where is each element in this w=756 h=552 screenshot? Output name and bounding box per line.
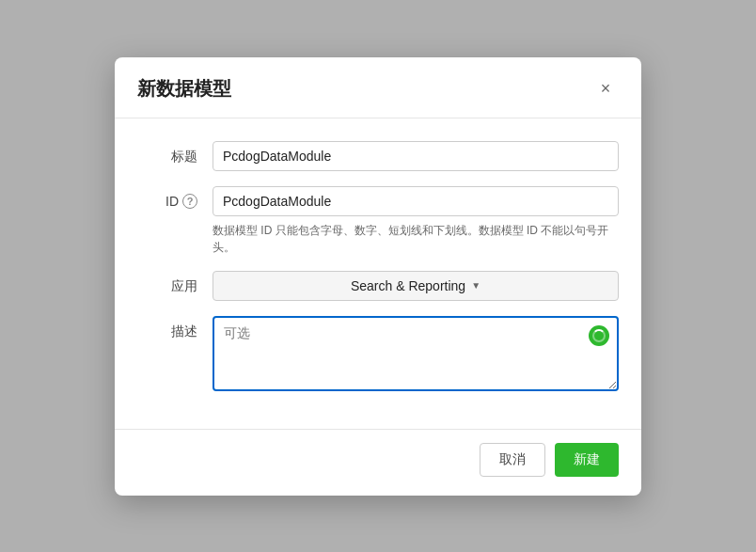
close-button[interactable]: × [592, 76, 619, 103]
dialog-footer: 取消 新建 [115, 429, 641, 496]
overlay: 新数据模型 × 标题 ID ? 数据模型 ID 只能包含字母、数字、短划 [0, 0, 756, 552]
dropdown-arrow-icon: ▼ [471, 280, 480, 291]
title-input[interactable] [213, 141, 619, 171]
app-select-value: Search & Reporting [351, 278, 465, 293]
desc-label: 描述 [137, 316, 213, 346]
desc-row: 描述 [137, 316, 619, 395]
submit-button[interactable]: 新建 [555, 443, 619, 477]
desc-field-wrapper [213, 316, 619, 395]
app-row: 应用 Search & Reporting ▼ [137, 271, 619, 301]
title-row: 标题 [137, 141, 619, 171]
desc-textarea[interactable] [213, 316, 619, 391]
spinner-inner [592, 329, 606, 342]
app-label: 应用 [137, 271, 213, 301]
id-field-wrapper: 数据模型 ID 只能包含字母、数字、短划线和下划线。数据模型 ID 不能以句号开… [213, 186, 619, 256]
id-row: ID ? 数据模型 ID 只能包含字母、数字、短划线和下划线。数据模型 ID 不… [137, 186, 619, 256]
dialog-body: 标题 ID ? 数据模型 ID 只能包含字母、数字、短划线和下划线。数据模型 I… [115, 118, 641, 429]
id-label-group: ID ? [137, 186, 213, 216]
app-field-wrapper: Search & Reporting ▼ [213, 271, 619, 301]
cancel-button[interactable]: 取消 [480, 443, 545, 477]
help-icon[interactable]: ? [182, 194, 197, 209]
id-hint-text: 数据模型 ID 只能包含字母、数字、短划线和下划线。数据模型 ID 不能以句号开… [213, 222, 619, 256]
dialog: 新数据模型 × 标题 ID ? 数据模型 ID 只能包含字母、数字、短划 [115, 57, 641, 496]
id-input[interactable] [213, 186, 619, 216]
textarea-wrapper [213, 316, 619, 395]
title-label: 标题 [137, 141, 213, 171]
spinner-circle [589, 325, 609, 346]
app-select-button[interactable]: Search & Reporting ▼ [213, 271, 619, 301]
title-field-wrapper [213, 141, 619, 171]
spinner-icon [589, 325, 609, 346]
id-label: ID [165, 186, 179, 216]
dialog-title: 新数据模型 [137, 76, 231, 102]
dialog-header: 新数据模型 × [115, 57, 641, 118]
